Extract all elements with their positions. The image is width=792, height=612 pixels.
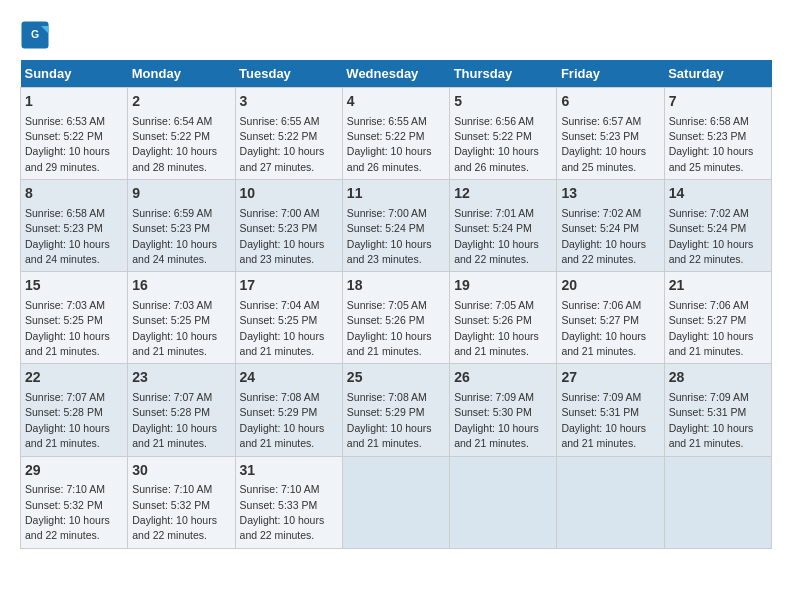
- calendar-cell: 29 Sunrise: 7:10 AMSunset: 5:32 PMDaylig…: [21, 456, 128, 548]
- day-number: 20: [561, 276, 659, 296]
- day-number: 28: [669, 368, 767, 388]
- calendar-cell: [342, 456, 449, 548]
- cell-sunrise: Sunrise: 6:58 AMSunset: 5:23 PMDaylight:…: [669, 115, 754, 173]
- calendar-cell: [664, 456, 771, 548]
- calendar-cell: 19 Sunrise: 7:05 AMSunset: 5:26 PMDaylig…: [450, 272, 557, 364]
- logo-icon: G: [20, 20, 50, 50]
- day-number: 11: [347, 184, 445, 204]
- calendar-cell: 1 Sunrise: 6:53 AMSunset: 5:22 PMDayligh…: [21, 88, 128, 180]
- cell-sunrise: Sunrise: 6:59 AMSunset: 5:23 PMDaylight:…: [132, 207, 217, 265]
- calendar-cell: 20 Sunrise: 7:06 AMSunset: 5:27 PMDaylig…: [557, 272, 664, 364]
- cell-sunrise: Sunrise: 7:05 AMSunset: 5:26 PMDaylight:…: [347, 299, 432, 357]
- calendar-week-row: 29 Sunrise: 7:10 AMSunset: 5:32 PMDaylig…: [21, 456, 772, 548]
- calendar-cell: 13 Sunrise: 7:02 AMSunset: 5:24 PMDaylig…: [557, 180, 664, 272]
- cell-sunrise: Sunrise: 7:00 AMSunset: 5:23 PMDaylight:…: [240, 207, 325, 265]
- calendar-cell: 21 Sunrise: 7:06 AMSunset: 5:27 PMDaylig…: [664, 272, 771, 364]
- cell-sunrise: Sunrise: 6:54 AMSunset: 5:22 PMDaylight:…: [132, 115, 217, 173]
- calendar-cell: 6 Sunrise: 6:57 AMSunset: 5:23 PMDayligh…: [557, 88, 664, 180]
- calendar-cell: 30 Sunrise: 7:10 AMSunset: 5:32 PMDaylig…: [128, 456, 235, 548]
- calendar-cell: 15 Sunrise: 7:03 AMSunset: 5:25 PMDaylig…: [21, 272, 128, 364]
- day-number: 3: [240, 92, 338, 112]
- calendar-cell: 2 Sunrise: 6:54 AMSunset: 5:22 PMDayligh…: [128, 88, 235, 180]
- cell-sunrise: Sunrise: 7:10 AMSunset: 5:32 PMDaylight:…: [132, 483, 217, 541]
- calendar-cell: [450, 456, 557, 548]
- day-number: 6: [561, 92, 659, 112]
- day-number: 22: [25, 368, 123, 388]
- day-number: 8: [25, 184, 123, 204]
- cell-sunrise: Sunrise: 6:55 AMSunset: 5:22 PMDaylight:…: [347, 115, 432, 173]
- day-number: 30: [132, 461, 230, 481]
- cell-sunrise: Sunrise: 7:05 AMSunset: 5:26 PMDaylight:…: [454, 299, 539, 357]
- cell-sunrise: Sunrise: 7:07 AMSunset: 5:28 PMDaylight:…: [25, 391, 110, 449]
- calendar-cell: 17 Sunrise: 7:04 AMSunset: 5:25 PMDaylig…: [235, 272, 342, 364]
- calendar-week-row: 22 Sunrise: 7:07 AMSunset: 5:28 PMDaylig…: [21, 364, 772, 456]
- cell-sunrise: Sunrise: 7:03 AMSunset: 5:25 PMDaylight:…: [132, 299, 217, 357]
- cell-sunrise: Sunrise: 7:08 AMSunset: 5:29 PMDaylight:…: [347, 391, 432, 449]
- day-number: 24: [240, 368, 338, 388]
- calendar-table: SundayMondayTuesdayWednesdayThursdayFrid…: [20, 60, 772, 549]
- cell-sunrise: Sunrise: 7:01 AMSunset: 5:24 PMDaylight:…: [454, 207, 539, 265]
- day-header-monday: Monday: [128, 60, 235, 88]
- calendar-cell: 31 Sunrise: 7:10 AMSunset: 5:33 PMDaylig…: [235, 456, 342, 548]
- calendar-cell: 12 Sunrise: 7:01 AMSunset: 5:24 PMDaylig…: [450, 180, 557, 272]
- day-number: 10: [240, 184, 338, 204]
- day-number: 17: [240, 276, 338, 296]
- day-number: 31: [240, 461, 338, 481]
- cell-sunrise: Sunrise: 7:09 AMSunset: 5:31 PMDaylight:…: [669, 391, 754, 449]
- calendar-header-row: SundayMondayTuesdayWednesdayThursdayFrid…: [21, 60, 772, 88]
- calendar-cell: 7 Sunrise: 6:58 AMSunset: 5:23 PMDayligh…: [664, 88, 771, 180]
- calendar-cell: 9 Sunrise: 6:59 AMSunset: 5:23 PMDayligh…: [128, 180, 235, 272]
- calendar-cell: 28 Sunrise: 7:09 AMSunset: 5:31 PMDaylig…: [664, 364, 771, 456]
- day-number: 21: [669, 276, 767, 296]
- day-header-thursday: Thursday: [450, 60, 557, 88]
- svg-text:G: G: [31, 28, 39, 40]
- cell-sunrise: Sunrise: 7:09 AMSunset: 5:31 PMDaylight:…: [561, 391, 646, 449]
- calendar-cell: 23 Sunrise: 7:07 AMSunset: 5:28 PMDaylig…: [128, 364, 235, 456]
- day-number: 13: [561, 184, 659, 204]
- cell-sunrise: Sunrise: 7:02 AMSunset: 5:24 PMDaylight:…: [669, 207, 754, 265]
- calendar-cell: 18 Sunrise: 7:05 AMSunset: 5:26 PMDaylig…: [342, 272, 449, 364]
- day-header-saturday: Saturday: [664, 60, 771, 88]
- day-number: 1: [25, 92, 123, 112]
- calendar-week-row: 15 Sunrise: 7:03 AMSunset: 5:25 PMDaylig…: [21, 272, 772, 364]
- day-header-wednesday: Wednesday: [342, 60, 449, 88]
- day-number: 9: [132, 184, 230, 204]
- day-number: 2: [132, 92, 230, 112]
- cell-sunrise: Sunrise: 7:06 AMSunset: 5:27 PMDaylight:…: [669, 299, 754, 357]
- cell-sunrise: Sunrise: 7:03 AMSunset: 5:25 PMDaylight:…: [25, 299, 110, 357]
- day-number: 7: [669, 92, 767, 112]
- cell-sunrise: Sunrise: 6:58 AMSunset: 5:23 PMDaylight:…: [25, 207, 110, 265]
- day-number: 27: [561, 368, 659, 388]
- day-number: 29: [25, 461, 123, 481]
- cell-sunrise: Sunrise: 7:07 AMSunset: 5:28 PMDaylight:…: [132, 391, 217, 449]
- cell-sunrise: Sunrise: 6:53 AMSunset: 5:22 PMDaylight:…: [25, 115, 110, 173]
- calendar-week-row: 8 Sunrise: 6:58 AMSunset: 5:23 PMDayligh…: [21, 180, 772, 272]
- calendar-cell: [557, 456, 664, 548]
- day-number: 12: [454, 184, 552, 204]
- calendar-cell: 3 Sunrise: 6:55 AMSunset: 5:22 PMDayligh…: [235, 88, 342, 180]
- calendar-cell: 27 Sunrise: 7:09 AMSunset: 5:31 PMDaylig…: [557, 364, 664, 456]
- calendar-cell: 11 Sunrise: 7:00 AMSunset: 5:24 PMDaylig…: [342, 180, 449, 272]
- day-number: 5: [454, 92, 552, 112]
- calendar-cell: 10 Sunrise: 7:00 AMSunset: 5:23 PMDaylig…: [235, 180, 342, 272]
- cell-sunrise: Sunrise: 7:08 AMSunset: 5:29 PMDaylight:…: [240, 391, 325, 449]
- calendar-cell: 26 Sunrise: 7:09 AMSunset: 5:30 PMDaylig…: [450, 364, 557, 456]
- cell-sunrise: Sunrise: 7:00 AMSunset: 5:24 PMDaylight:…: [347, 207, 432, 265]
- cell-sunrise: Sunrise: 7:10 AMSunset: 5:33 PMDaylight:…: [240, 483, 325, 541]
- day-number: 4: [347, 92, 445, 112]
- calendar-cell: 25 Sunrise: 7:08 AMSunset: 5:29 PMDaylig…: [342, 364, 449, 456]
- cell-sunrise: Sunrise: 6:57 AMSunset: 5:23 PMDaylight:…: [561, 115, 646, 173]
- calendar-cell: 14 Sunrise: 7:02 AMSunset: 5:24 PMDaylig…: [664, 180, 771, 272]
- day-header-friday: Friday: [557, 60, 664, 88]
- cell-sunrise: Sunrise: 7:09 AMSunset: 5:30 PMDaylight:…: [454, 391, 539, 449]
- cell-sunrise: Sunrise: 6:55 AMSunset: 5:22 PMDaylight:…: [240, 115, 325, 173]
- day-number: 14: [669, 184, 767, 204]
- cell-sunrise: Sunrise: 7:06 AMSunset: 5:27 PMDaylight:…: [561, 299, 646, 357]
- day-number: 18: [347, 276, 445, 296]
- day-number: 26: [454, 368, 552, 388]
- day-number: 19: [454, 276, 552, 296]
- calendar-cell: 8 Sunrise: 6:58 AMSunset: 5:23 PMDayligh…: [21, 180, 128, 272]
- day-header-sunday: Sunday: [21, 60, 128, 88]
- day-number: 25: [347, 368, 445, 388]
- calendar-cell: 4 Sunrise: 6:55 AMSunset: 5:22 PMDayligh…: [342, 88, 449, 180]
